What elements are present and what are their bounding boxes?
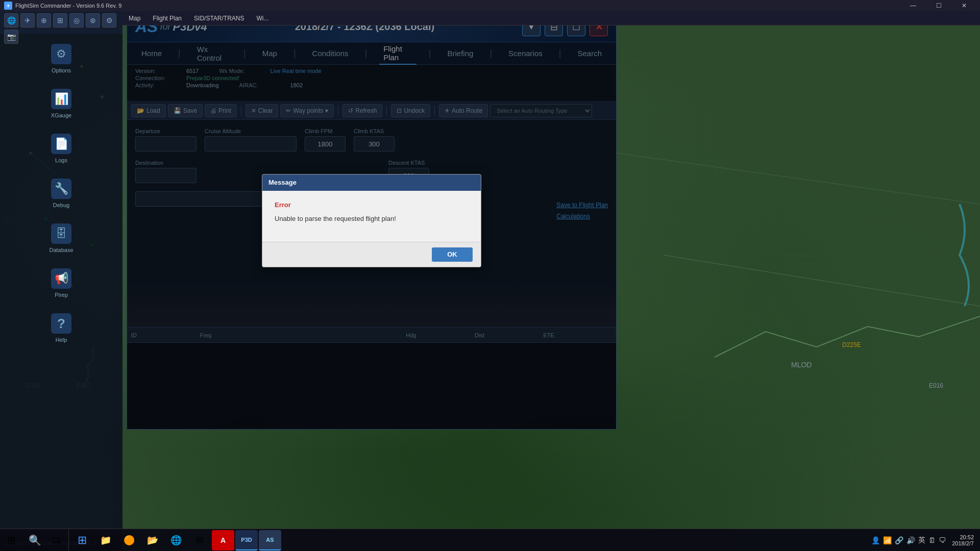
close-button[interactable]: ✕	[952, 0, 976, 11]
pirep-label: Pirep	[55, 292, 68, 298]
compass-icon[interactable]: ⊛	[86, 13, 100, 28]
taskbar-apps: ⊞ 📁 🟠 📂 🌐 ✉ A P3D AS	[69, 528, 283, 552]
sidebar-item-database[interactable]: 🗄 Database	[49, 223, 73, 253]
options-icon: ⚙	[51, 44, 71, 64]
menu-wi[interactable]: Wi...	[255, 14, 271, 23]
taskbar-wifi-icon[interactable]: 🔗	[895, 536, 903, 544]
database-icon: 🗄	[51, 223, 71, 244]
dialog-box: Message Error Unable to parse the reques…	[262, 174, 481, 267]
layers-icon[interactable]: ⊞	[53, 13, 67, 28]
dialog-error-label: Error	[275, 201, 469, 209]
taskbar-person-icon[interactable]: 👤	[871, 536, 880, 544]
menu-map[interactable]: Map	[127, 14, 142, 23]
restore-button[interactable]: ☐	[927, 0, 950, 11]
window-controls: — ☐ ✕	[901, 0, 976, 11]
plane-icon[interactable]: ✈	[20, 13, 35, 28]
target-icon[interactable]: ⊕	[37, 13, 51, 28]
main-app-window: AS for P3Dv4 2018/2/7 - 1236Z (2036 Loca…	[127, 11, 617, 430]
dialog-title: Message	[268, 179, 297, 186]
database-label: Database	[49, 247, 73, 253]
sidebar-item-xgauge[interactable]: 📊 XGauge	[51, 89, 71, 118]
taskbar-app-mail[interactable]: ✉	[188, 530, 211, 550]
sidebar-item-pirep[interactable]: 📢 Pirep	[51, 268, 71, 298]
xgauge-label: XGauge	[51, 112, 71, 118]
taskbar-clock[interactable]: 20:52 2018/2/7	[952, 534, 974, 546]
help-icon: ?	[51, 313, 71, 334]
taskbar-search-icon[interactable]: 🔍	[24, 530, 45, 550]
window-title: FlightSim Commander - Version 9.6 Rev. 9	[15, 3, 901, 9]
sidebar-item-help[interactable]: ? Help	[51, 313, 71, 343]
sidebar-toolbar: 🌐 ✈ ⊕ ⊞ ◎ ⊛ ⚙ 📷	[0, 11, 122, 34]
taskbar-date: 2018/2/7	[952, 540, 974, 546]
pirep-icon: 📢	[51, 268, 71, 289]
top-menubar: Map Flight Plan SID/STAR/TRANS Wi...	[122, 11, 980, 26]
start-button[interactable]: ⊞	[0, 529, 22, 552]
svg-text:E016: E016	[929, 382, 943, 389]
debug-label: Debug	[53, 202, 69, 208]
taskbar-lang-icon[interactable]: 英	[918, 536, 925, 545]
xgauge-icon: 📊	[51, 89, 71, 109]
taskbar-right: 👤 📶 🔗 🔊 英 🗓 🗨 20:52 2018/2/7	[865, 534, 980, 546]
debug-icon: 🔧	[51, 179, 71, 199]
radar-icon[interactable]: ◎	[69, 13, 84, 28]
sidebar-item-logs[interactable]: 📄 Logs	[51, 134, 71, 163]
svg-text:D225E: D225E	[842, 341, 861, 348]
taskbar-app-red[interactable]: A	[212, 530, 234, 550]
menu-flightplan[interactable]: Flight Plan	[151, 14, 184, 23]
sidebar-nav: ⚙ Options 📊 XGauge 📄 Logs 🔧 Debug 🗄 Data…	[0, 34, 122, 551]
taskbar-app-orange[interactable]: 🟠	[118, 530, 140, 550]
windows-titlebar: ✈ FlightSim Commander - Version 9.6 Rev.…	[0, 0, 980, 11]
dialog-message: Unable to parse the requested flight pla…	[275, 215, 469, 222]
menu-sidstar[interactable]: SID/STAR/TRANS	[192, 14, 246, 23]
taskbar-taskview-icon[interactable]: 🗂	[46, 530, 66, 550]
taskbar-app-explorer[interactable]: 📂	[141, 530, 164, 550]
dialog-footer: OK	[262, 242, 481, 267]
dialog-body: Error Unable to parse the requested flig…	[262, 191, 481, 242]
taskbar: ⊞ 🔍 🗂 ⊞ 📁 🟠 📂 🌐 ✉ A P3D AS 👤 📶 🔗 🔊 英 🗓 🗨…	[0, 529, 980, 551]
taskbar-quick-launch: 🔍 🗂	[22, 529, 69, 552]
taskbar-network-icon[interactable]: 📶	[883, 536, 892, 544]
dialog-titlebar: Message	[262, 174, 481, 191]
sidebar-item-options[interactable]: ⚙ Options	[51, 44, 71, 73]
taskbar-app-winlogo[interactable]: ⊞	[71, 530, 93, 550]
taskbar-app-as[interactable]: AS	[259, 530, 281, 550]
taskbar-volume-icon[interactable]: 🔊	[906, 536, 915, 544]
taskbar-notification-icon[interactable]: 🗨	[939, 536, 946, 544]
logs-icon: 📄	[51, 134, 71, 154]
svg-text:MLOD: MLOD	[791, 361, 812, 369]
svg-line-3	[617, 153, 980, 204]
logs-label: Logs	[55, 157, 67, 163]
left-sidebar: 🌐 ✈ ⊕ ⊞ ◎ ⊛ ⚙ 📷 ⚙ Options 📊 XGauge 📄 Log…	[0, 11, 122, 551]
dialog-overlay: Message Error Unable to parse the reques…	[127, 12, 616, 429]
sidebar-item-debug[interactable]: 🔧 Debug	[51, 179, 71, 208]
taskbar-system-icons: 👤 📶 🔗 🔊 英 🗓 🗨	[871, 536, 946, 545]
app-icon: ✈	[4, 2, 12, 10]
taskbar-app-files[interactable]: 📁	[94, 530, 117, 550]
taskbar-calendar-icon[interactable]: 🗓	[928, 536, 936, 544]
taskbar-app-p3d[interactable]: P3D	[235, 530, 258, 550]
globe-icon[interactable]: 🌐	[4, 13, 18, 28]
minimize-button[interactable]: —	[901, 0, 925, 11]
dialog-ok-button[interactable]: OK	[432, 247, 473, 262]
settings-icon[interactable]: ⚙	[102, 13, 116, 28]
taskbar-app-edge[interactable]: 🌐	[165, 530, 187, 550]
options-label: Options	[52, 67, 71, 73]
taskbar-time: 20:52	[952, 534, 974, 540]
help-label: Help	[56, 337, 67, 343]
svg-line-4	[664, 255, 980, 306]
